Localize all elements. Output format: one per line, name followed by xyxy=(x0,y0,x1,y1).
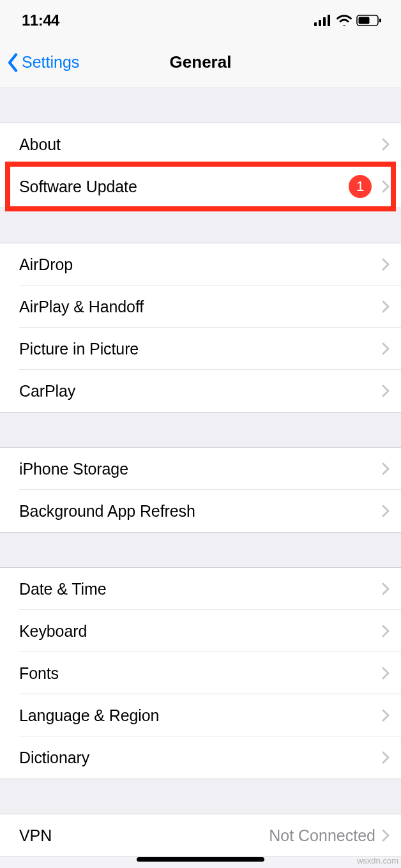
row-label: AirPlay & Handoff xyxy=(19,298,382,316)
home-indicator xyxy=(137,857,264,862)
row-label: Dictionary xyxy=(19,749,382,767)
row-label: Picture in Picture xyxy=(19,340,382,358)
cellular-icon xyxy=(314,15,332,26)
row-label: Language & Region xyxy=(19,706,382,725)
section-gap xyxy=(0,208,401,243)
row-label: Fonts xyxy=(19,664,382,683)
section-gap xyxy=(0,413,401,447)
row-group: AirDropAirPlay & HandoffPicture in Pictu… xyxy=(0,243,401,413)
chevron-right-icon xyxy=(382,829,390,842)
row-airdrop[interactable]: AirDrop xyxy=(0,243,401,286)
row-vpn[interactable]: VPNNot Connected xyxy=(0,814,401,857)
row-label: Date & Time xyxy=(19,580,382,598)
section-gap xyxy=(0,533,401,567)
nav-bar: Settings General xyxy=(0,37,401,88)
row-label: CarPlay xyxy=(19,382,382,400)
svg-rect-2 xyxy=(323,17,326,26)
row-group: Date & TimeKeyboardFontsLanguage & Regio… xyxy=(0,567,401,779)
content: AboutSoftware Update1AirDropAirPlay & Ha… xyxy=(0,88,401,857)
chevron-right-icon xyxy=(382,462,390,475)
battery-icon xyxy=(356,15,382,26)
row-label: Background App Refresh xyxy=(19,502,382,521)
row-label: Software Update xyxy=(19,178,349,196)
svg-rect-1 xyxy=(319,20,321,26)
section-gap xyxy=(0,88,401,123)
section-gap xyxy=(0,779,401,814)
svg-rect-5 xyxy=(359,17,370,24)
row-keyboard[interactable]: Keyboard xyxy=(0,610,401,652)
row-airplay-handoff[interactable]: AirPlay & Handoff xyxy=(0,286,401,328)
chevron-right-icon xyxy=(382,625,390,637)
watermark: wsxdn.com xyxy=(357,856,398,865)
svg-rect-3 xyxy=(328,15,330,26)
row-picture-in-picture[interactable]: Picture in Picture xyxy=(0,328,401,370)
row-label: About xyxy=(19,135,382,154)
row-language-region[interactable]: Language & Region xyxy=(0,694,401,736)
chevron-right-icon xyxy=(382,138,390,151)
row-about[interactable]: About xyxy=(0,123,401,165)
row-label: Keyboard xyxy=(19,622,382,641)
chevron-right-icon xyxy=(382,667,390,680)
row-iphone-storage[interactable]: iPhone Storage xyxy=(0,448,401,490)
chevron-right-icon xyxy=(382,342,390,355)
notification-badge: 1 xyxy=(349,175,372,198)
chevron-right-icon xyxy=(382,709,390,722)
back-label: Settings xyxy=(22,53,79,72)
row-fonts[interactable]: Fonts xyxy=(0,652,401,694)
chevron-right-icon xyxy=(382,300,390,313)
status-icons xyxy=(314,15,382,26)
chevron-right-icon xyxy=(382,180,390,193)
chevron-right-icon xyxy=(382,505,390,517)
status-bar: 11:44 xyxy=(0,0,401,37)
row-group: AboutSoftware Update1 xyxy=(0,123,401,208)
status-time: 11:44 xyxy=(22,11,59,29)
row-label: iPhone Storage xyxy=(19,460,382,478)
svg-rect-6 xyxy=(379,19,381,22)
wifi-icon xyxy=(336,15,352,26)
row-carplay[interactable]: CarPlay xyxy=(0,370,401,412)
row-group: iPhone StorageBackground App Refresh xyxy=(0,447,401,533)
svg-rect-0 xyxy=(314,22,317,26)
row-software-update[interactable]: Software Update1 xyxy=(0,165,401,208)
back-button[interactable]: Settings xyxy=(6,53,79,72)
row-value: Not Connected xyxy=(269,826,375,845)
chevron-right-icon xyxy=(382,258,390,271)
chevron-left-icon xyxy=(6,53,19,72)
row-group: VPNNot Connected xyxy=(0,814,401,857)
chevron-right-icon xyxy=(382,385,390,397)
row-background-app-refresh[interactable]: Background App Refresh xyxy=(0,490,401,532)
row-label: AirDrop xyxy=(19,255,382,274)
row-date-time[interactable]: Date & Time xyxy=(0,568,401,610)
chevron-right-icon xyxy=(382,582,390,595)
row-label: VPN xyxy=(19,826,269,845)
chevron-right-icon xyxy=(382,751,390,764)
row-dictionary[interactable]: Dictionary xyxy=(0,736,401,779)
